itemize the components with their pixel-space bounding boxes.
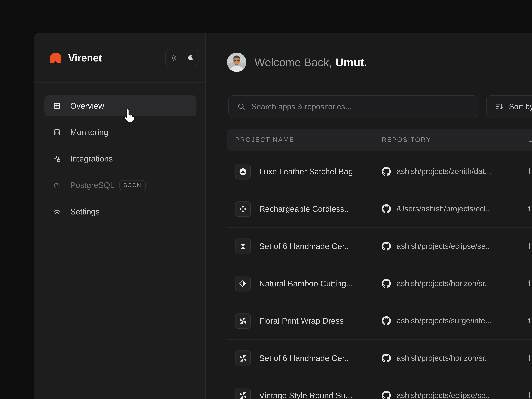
last-cell: f [528, 204, 532, 214]
welcome-header: Welcome Back,Umut. [227, 52, 367, 72]
sidebar-item-label: Settings [70, 207, 100, 216]
pinwheel-icon [235, 388, 251, 399]
repository-cell: ashish/projects/eclipse/se... [382, 391, 528, 399]
sort-label: Sort by [509, 102, 532, 111]
greeting-username: Umut. [335, 56, 367, 68]
soon-badge: SOON [119, 180, 146, 190]
half-diamond-icon [235, 276, 251, 291]
project-name: Floral Print Wrap Dress [259, 316, 344, 326]
repository-path: ashish/projects/horizon/sr... [397, 279, 491, 288]
sort-descending-icon [495, 103, 503, 111]
repository-cell: ashish/projects/surge/inte... [382, 316, 528, 325]
column-repository: REPOSITORY [382, 136, 528, 144]
table-header: PROJECT NAME REPOSITORY L [227, 129, 532, 151]
pinwheel-icon [235, 313, 251, 329]
search-icon [238, 103, 245, 111]
github-icon [382, 354, 391, 363]
moon-icon[interactable] [182, 50, 198, 66]
last-cell: f [528, 354, 532, 363]
sidebar-item-label: Integrations [70, 154, 113, 164]
repository-cell: ashish/projects/horizon/sr... [382, 279, 528, 288]
app-title: Virenet [68, 52, 102, 64]
project-name: Vintage Style Round Su... [259, 391, 352, 399]
gear-icon [53, 208, 61, 215]
virenet-logo-icon [49, 52, 62, 64]
repository-path: ashish/projects/zenith/dat... [397, 167, 491, 176]
table-row[interactable]: Luxe Leather Satchel Bagashish/projects/… [227, 153, 532, 190]
sidebar-item-monitoring[interactable]: Monitoring [44, 122, 196, 143]
theme-toggle [165, 50, 198, 66]
project-name: Set of 6 Handmade Cer... [259, 353, 351, 363]
sidebar-nav: OverviewMonitoringIntegrationsPostgreSQL… [34, 83, 205, 222]
repository-cell: ashish/projects/zenith/dat... [382, 167, 528, 176]
bar-chart-icon [53, 129, 61, 136]
table-row[interactable]: Vintage Style Round Su...ashish/projects… [227, 377, 532, 399]
repository-cell: /Users/ashish/projects/ecl... [382, 204, 528, 214]
search-bar [228, 95, 478, 118]
last-cell: f [528, 391, 532, 399]
column-project-name: PROJECT NAME [235, 136, 382, 144]
last-cell: f [528, 242, 532, 251]
repository-path: ashish/projects/surge/inte... [397, 316, 492, 325]
project-name: Rechargeable Cordless... [259, 204, 351, 214]
sun-icon[interactable] [165, 50, 182, 66]
github-icon [382, 391, 391, 399]
grid-icon [53, 102, 61, 109]
sidebar-item-label: PostgreSQL [70, 181, 115, 190]
project-table: Luxe Leather Satchel Bagashish/projects/… [227, 153, 532, 399]
project-name: Natural Bamboo Cutting... [259, 279, 353, 288]
sidebar-item-overview[interactable]: Overview [44, 95, 196, 116]
github-icon [382, 167, 391, 176]
sidebar-item-label: Overview [70, 101, 104, 111]
sort-button[interactable]: Sort by [486, 95, 532, 118]
sidebar-header: Virenet [34, 33, 205, 83]
repository-cell: ashish/projects/eclipse/se... [382, 242, 528, 251]
search-input[interactable] [251, 102, 469, 111]
project-name: Set of 6 Handmade Cer... [259, 241, 351, 251]
desktop-background: { "app": { "name": "Virenet" }, "colors"… [0, 0, 532, 399]
table-row[interactable]: Rechargeable Cordless.../Users/ashish/pr… [227, 190, 532, 228]
project-cell: Rechargeable Cordless... [235, 201, 382, 217]
github-icon [382, 204, 391, 214]
repository-path: ashish/projects/eclipse/se... [397, 242, 492, 251]
main-content: Welcome Back,Umut. Sort by PROJECT NAME … [206, 33, 532, 399]
project-cell: Set of 6 Handmade Cer... [235, 350, 382, 366]
project-cell: Vintage Style Round Su... [235, 388, 382, 399]
sidebar: Virenet OverviewMonitoringIntegrationsPo… [34, 33, 206, 399]
table-row[interactable]: Natural Bamboo Cutting...ashish/projects… [227, 265, 532, 302]
github-icon [382, 279, 391, 288]
repository-path: /Users/ashish/projects/ecl... [397, 204, 492, 214]
circle-triangle-icon [235, 164, 251, 179]
table-row[interactable]: Set of 6 Handmade Cer...ashish/projects/… [227, 228, 532, 265]
github-icon [382, 316, 391, 325]
sidebar-item-postgresql[interactable]: PostgreSQLSOON [44, 175, 196, 196]
table-row[interactable]: Set of 6 Handmade Cer...ashish/projects/… [227, 340, 532, 377]
sidebar-item-label: Monitoring [70, 127, 108, 137]
last-cell: f [528, 279, 532, 288]
app-window: Virenet OverviewMonitoringIntegrationsPo… [34, 33, 532, 399]
repository-path: ashish/projects/horizon/sr... [397, 354, 491, 363]
greeting: Welcome Back,Umut. [254, 56, 367, 69]
project-cell: Luxe Leather Satchel Bag [235, 164, 382, 179]
repository-cell: ashish/projects/horizon/sr... [382, 354, 528, 363]
table-row[interactable]: Floral Print Wrap Dressashish/projects/s… [227, 302, 532, 340]
last-cell: f [528, 167, 532, 176]
project-cell: Floral Print Wrap Dress [235, 313, 382, 329]
diamond-cross-icon [235, 201, 251, 217]
workflow-icon [53, 155, 61, 163]
column-last: L [528, 136, 532, 144]
project-name: Luxe Leather Satchel Bag [259, 167, 353, 176]
elephant-icon [53, 182, 61, 189]
user-avatar[interactable] [227, 52, 246, 72]
hourglass-icon [235, 238, 251, 254]
sidebar-item-settings[interactable]: Settings [44, 201, 196, 222]
sidebar-item-integrations[interactable]: Integrations [44, 148, 196, 169]
github-icon [382, 242, 391, 251]
pinwheel-icon [235, 350, 251, 366]
project-cell: Set of 6 Handmade Cer... [235, 238, 382, 254]
repository-path: ashish/projects/eclipse/se... [397, 391, 492, 399]
greeting-text: Welcome Back, [254, 56, 332, 68]
stage: Virenet OverviewMonitoringIntegrationsPo… [0, 0, 532, 399]
project-cell: Natural Bamboo Cutting... [235, 276, 382, 291]
last-cell: f [528, 316, 532, 325]
